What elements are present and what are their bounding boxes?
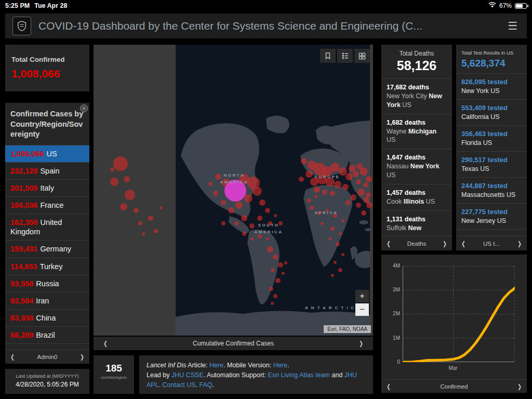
country-row[interactable]: 93,558Russia [5, 275, 89, 292]
tested-place: Florida US [461, 139, 492, 147]
chart-pager: ❬ Confirmed ❭ [381, 379, 527, 393]
country-row[interactable]: 1,008,066US [5, 145, 89, 163]
world-map[interactable] [94, 45, 373, 336]
country-row[interactable]: 201,505Italy [5, 180, 89, 197]
admin-pager-label: Admin0 [37, 354, 58, 360]
info-segment[interactable]: Esri Living Atlas team [268, 371, 330, 379]
tests-row[interactable]: 826,095 tested New York US [456, 74, 527, 100]
tested-place: New Jersey US [461, 217, 506, 224]
country-row[interactable]: 166,036France [5, 197, 89, 214]
deaths-count: 1,647 deaths [387, 153, 447, 162]
deaths-count: 17,682 deaths [387, 83, 447, 92]
deaths-location: Nassau New York US [387, 163, 440, 179]
tests-row[interactable]: 356,463 tested Florida US [456, 126, 527, 152]
pager-next-icon[interactable]: ❭ [442, 240, 447, 247]
test-results-panel: Total Test Results in US 5,628,374 826,0… [456, 45, 527, 250]
country-row[interactable]: 83,938China [5, 310, 89, 327]
basemap-grid-icon [358, 52, 366, 60]
tested-place: New York US [461, 87, 500, 95]
layer-prev-icon[interactable]: ❬ [103, 340, 108, 347]
info-segment[interactable]: Here [273, 362, 287, 369]
pager-next-icon[interactable]: ❭ [517, 383, 522, 390]
y-tick-1m: 1M [381, 335, 400, 341]
last-updated-value: 4/28/2020, 5:05:26 PM [5, 381, 89, 388]
map-caption-label: Cumulative Confirmed Cases [193, 340, 274, 347]
country-count-panel: 185 countries/regions [94, 355, 134, 394]
tests-row[interactable]: 227,775 tested New Jersey US [456, 204, 527, 230]
info-segment: and [330, 371, 344, 379]
country-case-count: 232,128 [10, 167, 37, 175]
info-segment[interactable]: Here [209, 362, 223, 369]
country-name: Turkey [40, 262, 63, 271]
confirmed-line-chart[interactable] [403, 266, 515, 362]
zoom-out-button[interactable]: − [355, 303, 369, 316]
info-panel: Lancet Inf Dis Article: Here. Mobile Ver… [139, 355, 373, 394]
panel-collapse-icon[interactable]: ✕ [80, 104, 88, 112]
zoom-controls: + − [355, 290, 369, 316]
tests-row[interactable]: 290,517 tested Texas US [456, 152, 527, 178]
y-tick-3m: 3M [381, 287, 400, 292]
info-segment[interactable]: FAQ [199, 381, 212, 389]
info-line-2: Lead by JHU CSSE. Automation Support: Es… [147, 370, 366, 390]
info-segment[interactable]: Contact US [163, 381, 196, 389]
zoom-in-button[interactable]: + [355, 290, 369, 302]
info-segment: Lead by [147, 371, 171, 379]
country-case-count: 83,938 [10, 314, 33, 322]
legend-button[interactable] [337, 49, 353, 63]
pager-next-icon[interactable]: ❭ [517, 240, 522, 247]
chart-plot-area[interactable] [403, 266, 514, 362]
country-list: 1,008,066US 232,128Spain 201,505Italy 16… [5, 145, 89, 344]
country-row[interactable]: 114,653Turkey [5, 258, 89, 275]
country-row[interactable]: 232,128Spain [5, 163, 89, 180]
pager-prev-icon[interactable]: ❬ [386, 383, 391, 390]
pager-prev-icon[interactable]: ❬ [386, 240, 391, 247]
bookmark-button[interactable] [320, 49, 336, 63]
basemap-button[interactable] [354, 49, 370, 63]
deaths-location: New York City New York US [387, 92, 442, 109]
country-count-value: 185 [94, 363, 134, 374]
country-row[interactable]: 159,431Germany [5, 241, 89, 258]
tests-pager-label: US t... [483, 241, 500, 247]
tests-row[interactable]: 244,887 tested Massachusetts US [456, 178, 527, 204]
total-confirmed-panel: Total Confirmed 1,008,066 [5, 45, 89, 91]
battery-icon [515, 3, 527, 9]
info-segment[interactable]: JHU CSSE [171, 371, 204, 379]
map-panel[interactable]: NORTH AMERICA EUROPE AFRICA SOUTH AMERIC… [94, 45, 373, 336]
country-count-label: countries/regions [94, 376, 134, 379]
app-header: COVID-19 Dashboard by the Center for Sys… [5, 14, 527, 38]
deaths-pager-label: Deaths [407, 241, 426, 247]
deaths-row[interactable]: 1,131 deaths Suffolk New [381, 210, 452, 237]
pager-prev-icon[interactable]: ❬ [461, 240, 466, 247]
info-segment: . [159, 381, 163, 389]
deaths-row[interactable]: 1,647 deaths Nassau New York US [381, 149, 452, 184]
page-title: COVID-19 Dashboard by the Center for Sys… [38, 20, 498, 32]
y-tick-4m: 4M [381, 263, 400, 269]
deaths-row[interactable]: 1,457 deaths Cook Illinois US [381, 184, 452, 210]
country-row[interactable]: 162,350United Kingdom [5, 214, 89, 241]
tests-list: 826,095 tested New York US 553,409 teste… [456, 73, 527, 230]
deaths-row[interactable]: 1,682 deaths Wayne Michigan US [381, 114, 452, 149]
menu-button[interactable]: ☰ [506, 20, 520, 32]
y-tick-0: 0 [381, 359, 400, 365]
layer-next-icon[interactable]: ❭ [358, 340, 364, 347]
deaths-pager: ❬ Deaths ❭ [381, 236, 452, 250]
country-case-count: 166,036 [10, 201, 37, 209]
tested-count: 290,517 tested [461, 156, 522, 164]
admin-level-pager: ❬ Admin0 ❭ [5, 349, 89, 364]
country-row[interactable]: 92,584Iran [5, 292, 89, 310]
pager-next-icon[interactable]: ❭ [79, 353, 85, 361]
country-case-count: 1,008,066 [10, 150, 44, 158]
last-updated-label: Last Updated at (M/D/YYYY) [5, 373, 89, 379]
tests-row[interactable]: 553,409 tested California US [456, 100, 527, 126]
country-row[interactable]: 68,289Brazil [5, 327, 89, 344]
country-case-count: 68,289 [10, 331, 33, 339]
test-results-value: 5,628,374 [461, 58, 522, 69]
country-case-count: 159,431 [10, 245, 37, 253]
country-case-count: 162,350 [10, 218, 37, 227]
tested-count: 227,775 tested [461, 208, 522, 216]
total-confirmed-label: Total Confirmed [11, 56, 83, 63]
pager-prev-icon[interactable]: ❬ [10, 353, 15, 361]
deaths-row[interactable]: 17,682 deaths New York City New York US [381, 78, 452, 114]
jhu-logo [12, 17, 31, 35]
confirmed-chart-panel: 4M 3M 2M 1M 0 Mar ❬ Confirmed ❭ [381, 255, 527, 393]
